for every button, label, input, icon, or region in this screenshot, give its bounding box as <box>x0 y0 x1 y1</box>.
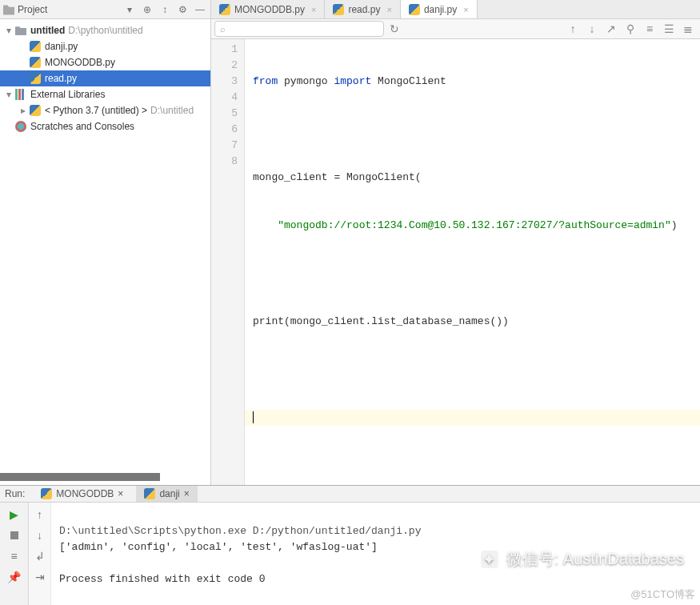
code-line: from pymongo import MongoClient <box>253 74 692 90</box>
target-icon[interactable]: ⊕ <box>140 2 154 17</box>
python-icon <box>30 105 41 116</box>
line-number: 5 <box>211 106 238 122</box>
code-editor[interactable]: 1 2 3 4 5 6 7 8 from pymongo import Mong… <box>211 39 700 485</box>
python-file-icon <box>30 73 41 84</box>
project-icon <box>3 4 14 15</box>
editor-toolbar: ⌕ ↻ ↑ ↓ ↗ ⚲ ≡ ☰ ≣ <box>211 19 700 39</box>
hide-icon[interactable]: — <box>193 2 207 17</box>
chevron-down-icon[interactable]: ▾ <box>3 89 14 100</box>
close-icon[interactable]: × <box>311 5 316 14</box>
export-icon[interactable]: ⇥ <box>33 570 47 584</box>
external-libs-label: External Libraries <box>30 89 105 100</box>
run-tab-danji[interactable]: danji × <box>136 486 197 502</box>
project-title: Project <box>18 4 119 15</box>
tab-label: MONGODDB.py <box>234 4 305 15</box>
external-libraries[interactable]: ▾ External Libraries <box>0 86 210 102</box>
run-gutter: ▶ ≡ 📌 <box>0 503 29 605</box>
tab-label: danji.py <box>424 4 457 15</box>
run-tab-mongodb[interactable]: MONGODDB × <box>33 486 131 502</box>
python-file-icon <box>41 488 52 499</box>
line-number: 4 <box>211 90 238 106</box>
scratches[interactable]: Scratches and Consoles <box>0 118 210 134</box>
chevron-right-icon[interactable]: ▸ <box>18 105 29 116</box>
arrow-diag-icon[interactable]: ↗ <box>602 21 620 37</box>
stop-button[interactable] <box>7 528 22 543</box>
line-number: 3 <box>211 74 238 90</box>
console-line: Process finished with exit code 0 <box>59 573 265 585</box>
file-mongodb[interactable]: MONGODDB.py <box>0 54 210 70</box>
project-tree: ▾ untitled D:\python\untitled danji.py M… <box>0 19 210 138</box>
search-icon: ⌕ <box>220 24 226 34</box>
tab-label: read.py <box>348 4 380 15</box>
refresh-icon[interactable]: ↻ <box>386 21 403 37</box>
code-line-current <box>245 410 700 426</box>
collapse-icon[interactable]: ↕ <box>158 2 172 17</box>
scratches-label: Scratches and Consoles <box>30 121 134 132</box>
chevron-down-icon[interactable]: ▾ <box>122 2 137 17</box>
pin-icon[interactable]: 📌 <box>7 570 22 584</box>
python-file-icon <box>144 488 155 499</box>
run-tab-label: MONGODDB <box>56 488 114 499</box>
libraries-icon <box>15 89 26 100</box>
python-file-icon <box>333 4 344 15</box>
python-file-icon <box>409 4 420 15</box>
run-body: ▶ ≡ 📌 ↑ ↓ ↲ ⇥ D:\untitled\Scripts\python… <box>0 503 700 605</box>
root-path: D:\python\untitled <box>68 25 142 36</box>
tab-mongodb[interactable]: MONGODDB.py × <box>211 0 325 18</box>
folder-icon <box>15 26 26 35</box>
scratches-icon <box>15 121 26 132</box>
tab-danji[interactable]: danji.py × <box>401 0 478 18</box>
python-file-icon <box>219 4 230 15</box>
code-line <box>253 266 692 282</box>
search-input[interactable]: ⌕ <box>214 21 384 37</box>
arrow-down-icon[interactable]: ↓ <box>583 21 601 37</box>
sdk-label: < Python 3.7 (untitled) > <box>45 105 147 116</box>
editor-area: MONGODDB.py × read.py × danji.py × ⌕ ↻ ↑… <box>211 0 700 485</box>
console-output[interactable]: D:\untitled\Scripts\python.exe D:/python… <box>51 503 700 605</box>
arrow-down-icon[interactable]: ↓ <box>33 528 47 543</box>
line-number: 6 <box>211 122 238 138</box>
arrow-up-icon[interactable]: ↑ <box>564 21 582 37</box>
gutter: 1 2 3 4 5 6 7 8 <box>211 39 245 485</box>
close-icon[interactable]: × <box>463 5 468 14</box>
run-tab-label: danji <box>159 488 179 499</box>
close-icon[interactable]: × <box>184 488 190 499</box>
console-line: ['admin', 'config', 'local', 'test', 'wf… <box>59 541 378 553</box>
file-read[interactable]: read.py <box>0 70 210 86</box>
code-line <box>253 362 692 378</box>
code-line <box>253 122 692 138</box>
layout-icon[interactable]: ≡ <box>7 549 22 563</box>
chevron-down-icon[interactable]: ▾ <box>3 25 14 36</box>
close-icon[interactable]: × <box>118 488 123 499</box>
run-header: Run: MONGODDB × danji × <box>0 486 700 503</box>
code-line: mongo_client = MongoClient( <box>253 170 692 186</box>
code-lines[interactable]: from pymongo import MongoClient mongo_cl… <box>245 39 700 485</box>
line-number: 8 <box>211 154 238 170</box>
file-label: read.py <box>45 73 77 84</box>
settings2-icon[interactable]: ☰ <box>660 21 678 37</box>
line-number: 7 <box>211 138 238 154</box>
line-number: 2 <box>211 58 238 74</box>
settings3-icon[interactable]: ≣ <box>679 21 697 37</box>
gear-icon[interactable]: ⚙ <box>175 2 190 17</box>
tab-read[interactable]: read.py × <box>325 0 400 18</box>
project-root[interactable]: ▾ untitled D:\python\untitled <box>0 22 210 38</box>
wrap-icon[interactable]: ↲ <box>33 549 47 563</box>
console-line: D:\untitled\Scripts\python.exe D:/python… <box>59 525 421 537</box>
match-icon[interactable]: ≡ <box>641 21 658 37</box>
file-label: MONGODDB.py <box>45 57 115 68</box>
cursor <box>253 411 254 423</box>
rerun-icon[interactable]: ▶ <box>7 507 22 522</box>
close-icon[interactable]: × <box>386 5 391 14</box>
line-number: 1 <box>211 42 238 58</box>
run-side-toolbar: ↑ ↓ ↲ ⇥ <box>29 503 51 605</box>
file-danji[interactable]: danji.py <box>0 38 210 54</box>
root-name: untitled <box>30 25 65 36</box>
arrow-up-icon[interactable]: ↑ <box>33 507 47 522</box>
splitter-handle[interactable] <box>0 473 160 481</box>
stop-icon <box>10 531 18 539</box>
run-panel: Run: MONGODDB × danji × ▶ ≡ 📌 ↑ ↓ ↲ ⇥ D:… <box>0 485 700 605</box>
pin-icon[interactable]: ⚲ <box>622 21 639 37</box>
sdk-path: D:\untitled <box>150 105 194 116</box>
python-sdk[interactable]: ▸ < Python 3.7 (untitled) > D:\untitled <box>0 102 210 118</box>
